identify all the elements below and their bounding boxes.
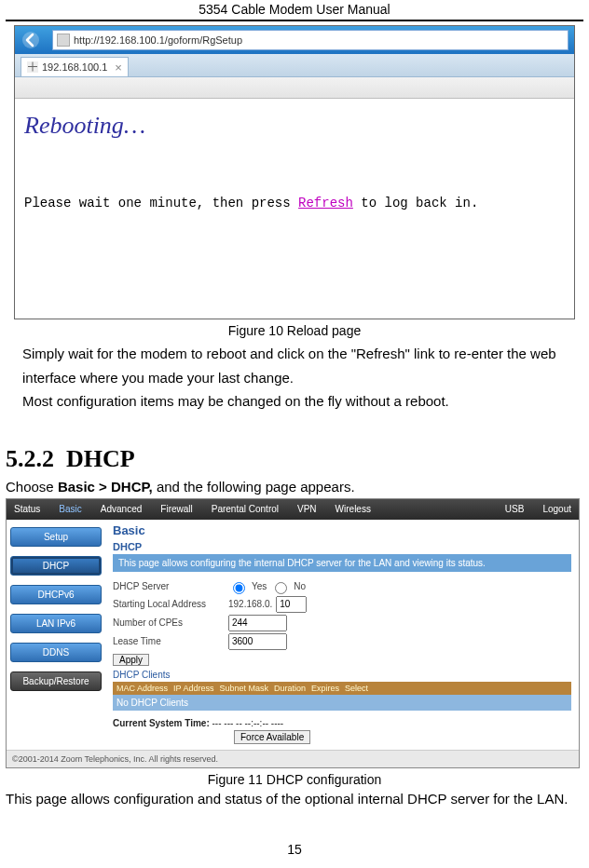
page-number: 15 bbox=[6, 842, 583, 857]
ip-prefix: 192.168.0. bbox=[228, 599, 272, 609]
paragraph: Simply wait for the modem to reboot and … bbox=[6, 342, 583, 389]
label-lease: Lease Time bbox=[113, 636, 225, 646]
row-start-address: Starting Local Address 192.168.0. bbox=[113, 596, 571, 613]
header-rule bbox=[6, 20, 583, 21]
input-lease[interactable] bbox=[228, 633, 287, 650]
sidebar-item-ddns[interactable]: DDNS bbox=[10, 643, 102, 662]
sidebar-item-dhcp[interactable]: DHCP bbox=[10, 556, 102, 576]
nav-parental[interactable]: Parental Control bbox=[212, 504, 279, 514]
browser-tab[interactable]: 192.168.100.1 × bbox=[21, 57, 129, 76]
input-cpes[interactable] bbox=[228, 615, 287, 631]
url-text: http://192.168.100.1/goform/RgSetup bbox=[74, 34, 242, 46]
reboot-message: Please wait one minute, then press Refre… bbox=[24, 196, 565, 210]
no-clients-row: No DHCP Clients bbox=[113, 695, 571, 711]
row-cpes: Number of CPEs bbox=[113, 615, 571, 631]
paragraph: This page allows configuration and statu… bbox=[6, 791, 583, 807]
config-main: Setup DHCP DHCPv6 LAN IPv6 DDNS Backup/R… bbox=[7, 520, 579, 750]
nav-basic[interactable]: Basic bbox=[59, 504, 81, 514]
input-start-address[interactable] bbox=[276, 596, 307, 613]
nav-advanced[interactable]: Advanced bbox=[101, 504, 142, 514]
figure-11-caption: Figure 11 DHCP configuration bbox=[6, 772, 583, 787]
document-page: 5354 Cable Modem User Manual http://192.… bbox=[0, 0, 589, 866]
back-button[interactable] bbox=[15, 26, 47, 54]
content-panel: Basic DHCP This page allows configuring … bbox=[105, 520, 579, 750]
figure-10-screenshot: http://192.168.100.1/goform/RgSetup 192.… bbox=[14, 25, 575, 319]
paragraph: Most configuration items may be changed … bbox=[6, 389, 583, 414]
label-cpes: Number of CPEs bbox=[113, 617, 225, 628]
tab-label: 192.168.100.1 bbox=[42, 61, 107, 73]
nav-status[interactable]: Status bbox=[14, 504, 40, 514]
apply-button[interactable]: Apply bbox=[113, 654, 149, 666]
radio-dhcp-yes[interactable] bbox=[233, 582, 245, 594]
figure-10-caption: Figure 10 Reload page bbox=[6, 323, 583, 338]
sidebar: Setup DHCP DHCPv6 LAN IPv6 DDNS Backup/R… bbox=[7, 520, 105, 750]
current-time: Current System Time: --- --- -- --:--:--… bbox=[113, 718, 571, 728]
screenshot-footer: ©2001-2014 Zoom Telephonics, Inc. All ri… bbox=[7, 750, 579, 767]
nav-logout[interactable]: Logout bbox=[542, 504, 571, 514]
nav-vpn[interactable]: VPN bbox=[297, 504, 317, 514]
browser-toolbar bbox=[15, 77, 574, 99]
radio-dhcp-no[interactable] bbox=[275, 582, 287, 594]
browser-tabbar: 192.168.100.1 × bbox=[15, 54, 574, 77]
label-start-address: Starting Local Address bbox=[113, 599, 225, 609]
figure-11-screenshot: Status Basic Advanced Firewall Parental … bbox=[6, 498, 580, 768]
arrow-left-icon bbox=[21, 31, 40, 49]
page-title: DHCP bbox=[113, 541, 571, 552]
address-bar[interactable]: http://192.168.100.1/goform/RgSetup bbox=[52, 30, 568, 50]
page-header: 5354 Cable Modem User Manual bbox=[6, 0, 583, 20]
sidebar-item-backup[interactable]: Backup/Restore bbox=[10, 671, 102, 691]
nav-firewall[interactable]: Firewall bbox=[160, 504, 192, 514]
toolbar-item bbox=[431, 82, 434, 93]
section-intro: Choose Basic > DHCP, and the following p… bbox=[6, 479, 583, 495]
refresh-link[interactable]: Refresh bbox=[298, 196, 353, 210]
label-dhcp-server: DHCP Server bbox=[113, 581, 225, 591]
page-icon bbox=[57, 34, 70, 47]
tab-icon bbox=[27, 61, 38, 73]
nav-usb[interactable]: USB bbox=[505, 504, 525, 514]
browser-viewport: Rebooting… Please wait one minute, then … bbox=[15, 99, 574, 319]
dhcp-clients-heading: DHCP Clients bbox=[113, 670, 571, 680]
clients-table-header: MAC Address IP Address Subnet Mask Durat… bbox=[113, 682, 571, 695]
sidebar-item-lanipv6[interactable]: LAN IPv6 bbox=[10, 614, 102, 633]
force-available-button[interactable]: Force Available bbox=[234, 730, 310, 744]
row-lease: Lease Time bbox=[113, 633, 571, 650]
svg-point-0 bbox=[22, 32, 39, 48]
section-heading: 5.2.2 DHCP bbox=[6, 445, 583, 473]
row-dhcp-server: DHCP Server Yes No bbox=[113, 579, 571, 594]
breadcrumb: Basic bbox=[113, 523, 571, 537]
browser-titlebar: http://192.168.100.1/goform/RgSetup bbox=[15, 26, 574, 54]
nav-wireless[interactable]: Wireless bbox=[336, 504, 371, 514]
page-description: This page allows configuring the interna… bbox=[113, 554, 571, 572]
close-tab-icon[interactable]: × bbox=[115, 61, 122, 75]
top-nav: Status Basic Advanced Firewall Parental … bbox=[7, 499, 579, 520]
sidebar-item-setup[interactable]: Setup bbox=[10, 527, 102, 547]
rebooting-heading: Rebooting… bbox=[24, 112, 565, 140]
sidebar-item-dhcpv6[interactable]: DHCPv6 bbox=[10, 585, 102, 604]
